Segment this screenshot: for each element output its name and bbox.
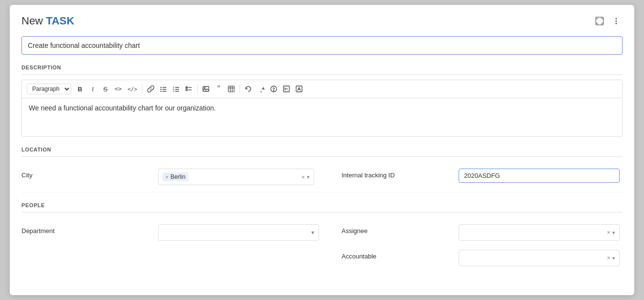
city-field: × Berlin × ▾: [158, 169, 322, 185]
city-tag-value: Berlin: [170, 173, 185, 180]
svg-rect-9: [162, 91, 166, 92]
assignee-dropdown-arrow: ▾: [612, 230, 615, 236]
editor-body[interactable]: We need a functional accountability char…: [21, 98, 623, 137]
svg-rect-5: [162, 87, 166, 88]
svg-rect-22: [228, 86, 234, 92]
department-field: [158, 224, 322, 241]
undo-button[interactable]: [242, 83, 254, 95]
description-label: DESCRIPTION: [21, 64, 623, 75]
internal-id-label: Internal tracking ID: [322, 169, 459, 179]
editor-content: We need a functional accountability char…: [29, 104, 216, 112]
modal-header: New TASK: [21, 15, 623, 27]
separator-1: [142, 85, 142, 93]
svg-point-3: [616, 23, 617, 24]
people-label: PEOPLE: [21, 202, 623, 213]
description-section: DESCRIPTION Paragraph B I S <> </>: [21, 64, 623, 137]
city-select[interactable]: × Berlin × ▾: [158, 169, 314, 185]
editor-toolbar: Paragraph B I S <> </>: [21, 80, 623, 98]
svg-rect-7: [162, 89, 166, 90]
source-view-button[interactable]: [281, 83, 292, 95]
city-row: City × Berlin × ▾ Internal tracking ID: [21, 162, 623, 193]
assignee-clear-btn[interactable]: ×: [607, 229, 610, 236]
assignee-label: Assignee: [322, 224, 459, 235]
accountable-field: × ▾: [459, 250, 623, 266]
people-section: PEOPLE Department Assignee × ▾: [21, 202, 623, 273]
department-select[interactable]: [158, 224, 319, 241]
ordered-list-button[interactable]: 1. 2. 3.: [170, 83, 182, 95]
department-select-wrapper: [158, 224, 319, 241]
location-section: LOCATION City × Berlin × ▾ Internal trac…: [21, 147, 623, 193]
strikethrough-button[interactable]: S: [100, 83, 111, 95]
svg-rect-15: [175, 91, 179, 92]
svg-point-21: [204, 87, 205, 88]
checklist-button[interactable]: [183, 83, 195, 95]
assignee-select[interactable]: × ▾: [459, 224, 620, 241]
svg-point-2: [616, 21, 617, 22]
help-button[interactable]: [268, 83, 280, 95]
svg-rect-20: [203, 86, 209, 91]
city-clear-btn[interactable]: ×: [301, 174, 305, 180]
department-label: Department: [21, 224, 158, 235]
task-name-input[interactable]: [21, 36, 623, 55]
accountable-dropdown-arrow: ▾: [612, 255, 615, 261]
svg-point-27: [274, 90, 274, 91]
bullet-list-button[interactable]: [158, 83, 169, 95]
more-options-button[interactable]: [610, 15, 623, 27]
redo-button[interactable]: [255, 83, 267, 95]
svg-point-1: [616, 18, 617, 20]
internal-id-input[interactable]: [459, 169, 620, 183]
city-tag-remove[interactable]: ×: [165, 174, 168, 180]
page-title: New TASK: [21, 15, 74, 27]
internal-id-field: [459, 169, 623, 183]
city-tag: × Berlin: [162, 172, 188, 181]
location-label: LOCATION: [21, 147, 623, 157]
svg-point-4: [161, 87, 161, 88]
accountable-select[interactable]: × ▾: [459, 250, 620, 266]
bold-button[interactable]: B: [74, 83, 86, 95]
svg-rect-11: [175, 87, 179, 88]
svg-rect-31: [296, 86, 302, 92]
department-row: Department Assignee × ▾: [21, 217, 623, 248]
city-label: City: [21, 169, 158, 179]
city-dropdown-arrow: ▾: [307, 174, 310, 180]
paragraph-select[interactable]: Paragraph: [27, 84, 71, 94]
code-button[interactable]: <>: [112, 83, 124, 95]
expand-button[interactable]: [593, 15, 606, 27]
blockquote-button[interactable]: ": [213, 83, 224, 95]
modal-actions: [593, 15, 623, 27]
accountable-spacer: [21, 250, 158, 253]
accountable-clear-btn[interactable]: ×: [607, 255, 610, 261]
accountable-row: Accountable × ▾: [21, 248, 623, 273]
svg-rect-13: [175, 89, 179, 90]
ai-button[interactable]: [293, 83, 305, 95]
separator-2: [197, 85, 198, 93]
image-button[interactable]: [200, 83, 212, 95]
svg-rect-18: [186, 89, 187, 91]
svg-point-8: [161, 91, 161, 92]
assignee-field: × ▾: [459, 224, 623, 241]
svg-text:3.: 3.: [173, 89, 175, 92]
link-button[interactable]: [145, 83, 157, 95]
italic-button[interactable]: I: [87, 83, 99, 95]
table-button[interactable]: [225, 83, 237, 95]
svg-point-6: [161, 89, 161, 90]
task-modal: New TASK DES: [10, 5, 634, 295]
accountable-label: Accountable: [322, 250, 459, 260]
inline-code-button[interactable]: </>: [125, 83, 140, 95]
separator-3: [240, 85, 240, 93]
